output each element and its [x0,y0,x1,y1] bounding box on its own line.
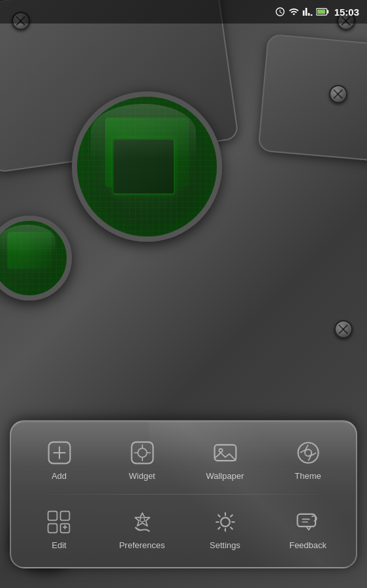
wallpaper-label: Wallpaper [206,471,244,481]
feedback-label: Feedback [289,540,327,550]
svg-point-22 [140,517,144,522]
menu-item-edit[interactable]: Edit [33,502,85,555]
menu-row-2: Edit Preferences Settings [11,497,356,561]
feedback-icon [293,508,322,536]
theme-icon [294,438,323,467]
status-bar: 15:03 [0,0,367,24]
settings-icon [211,508,240,536]
menu-item-theme[interactable]: Theme [282,433,334,486]
widget-icon [128,438,157,467]
screw-side-r [334,320,353,338]
svg-rect-16 [48,512,57,521]
circle-gloss [91,104,196,160]
preferences-label: Preferences [119,540,165,550]
menu-panel: Add Widget [10,420,357,568]
svg-rect-2 [317,10,325,14]
add-icon [45,438,74,467]
wifi-icon [289,7,299,17]
svg-point-7 [138,448,147,457]
svg-point-23 [221,517,230,527]
svg-rect-17 [61,512,70,521]
circuit-circle-main [72,91,222,242]
status-icons [275,7,329,17]
edit-label: Edit [52,540,66,550]
menu-item-add[interactable]: Add [33,433,86,486]
wallpaper-icon [211,438,240,467]
theme-label: Theme [295,471,321,481]
menu-item-wallpaper[interactable]: Wallpaper [199,433,251,486]
menu-item-settings[interactable]: Settings [199,502,251,555]
svg-rect-18 [48,524,57,533]
alarm-icon [275,7,285,17]
menu-item-widget[interactable]: Widget [116,433,168,486]
menu-item-preferences[interactable]: Preferences [116,502,168,555]
add-label: Add [52,471,67,481]
screw-mr [329,85,347,103]
settings-label: Settings [210,540,240,550]
circle-gloss-left [0,225,56,255]
svg-rect-1 [327,10,328,14]
widget-label: Widget [129,471,155,481]
menu-item-feedback[interactable]: Feedback [281,502,334,555]
svg-rect-12 [214,445,236,461]
signal-icon [302,7,313,17]
metal-panel-mid [258,34,367,163]
svg-point-13 [219,449,222,452]
menu-divider [24,494,343,495]
edit-icon [44,508,73,536]
status-time: 15:03 [334,7,359,18]
menu-row-1: Add Widget [11,428,356,491]
preferences-icon [128,508,157,536]
battery-icon [316,7,329,16]
circuit-circle-left [0,216,72,301]
